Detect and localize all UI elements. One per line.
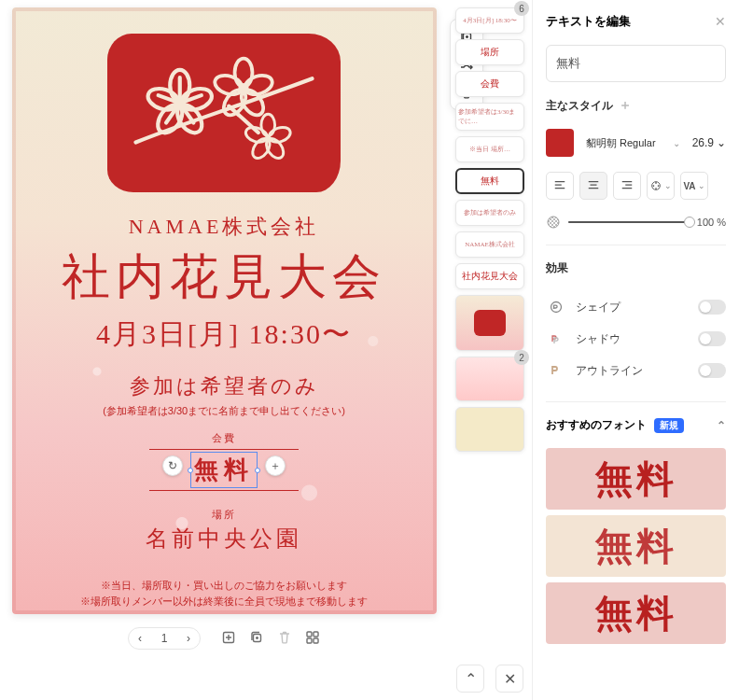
font-name-label: 貂明朝 Regular — [586, 136, 656, 150]
effect-name: シェイプ — [576, 300, 620, 315]
align-left-button[interactable] — [546, 172, 574, 200]
datetime-text[interactable]: 4月3日[月] 18:30〜 — [96, 315, 352, 354]
layer-thumb-bg1[interactable]: 2 — [455, 357, 524, 401]
add-style-button[interactable]: ＋ — [619, 97, 632, 114]
svg-rect-22 — [307, 638, 312, 643]
page-navigator: ‹ › — [128, 627, 201, 650]
next-page-button[interactable]: › — [187, 632, 190, 645]
layer-item[interactable]: 4月3日[月] 18:30〜6 — [455, 7, 524, 34]
effect-row: アウトライン — [546, 355, 726, 386]
text-content-input[interactable]: 無料 — [546, 45, 726, 82]
svg-point-31 — [548, 217, 559, 228]
layer-count-badge: 2 — [514, 350, 529, 365]
svg-point-12 — [261, 114, 275, 136]
svg-point-16 — [244, 125, 269, 145]
color-swatch[interactable] — [546, 129, 574, 157]
page-number-input[interactable] — [151, 632, 177, 645]
svg-point-11 — [240, 85, 247, 92]
place-label[interactable]: 場所 — [212, 508, 236, 522]
layer-item[interactable]: 会費 — [455, 71, 524, 97]
font-size-value: 26.9 — [692, 136, 714, 149]
opacity-slider[interactable] — [568, 221, 690, 223]
chevron-down-icon: ⌄ — [717, 136, 726, 149]
panel-title: テキストを編集 — [546, 13, 631, 30]
design-canvas[interactable]: NAMAE株式会社 社内花見大会 4月3日[月] 18:30〜 参加は希望者のみ… — [12, 7, 437, 614]
collapse-layers-button[interactable]: ⌃ — [456, 665, 484, 693]
more-options-button[interactable]: ⌄ — [647, 172, 675, 200]
svg-rect-21 — [314, 632, 318, 637]
collapse-recommended-button[interactable]: ⌃ — [717, 419, 726, 432]
svg-point-6 — [235, 59, 253, 87]
layer-panel: 4月3日[月] 18:30〜6場所会費参加希望者は3/30までに…※当日 場所…… — [448, 0, 532, 700]
layer-item[interactable]: 参加希望者は3/30までに… — [455, 103, 524, 131]
title-text[interactable]: 社内花見大会 — [62, 245, 386, 310]
effects-label: 効果 — [546, 260, 568, 276]
effect-toggle[interactable] — [698, 363, 726, 378]
add-handle[interactable]: ＋ — [265, 455, 286, 476]
footer-line-1[interactable]: ※当日、場所取り・買い出しのご協力をお願いします — [80, 578, 368, 594]
layer-item[interactable]: 社内花見大会 — [455, 263, 524, 289]
layer-count-badge: 6 — [514, 1, 529, 16]
close-panel-button[interactable]: ✕ — [715, 14, 726, 29]
align-right-button[interactable] — [613, 172, 641, 200]
svg-point-28 — [653, 185, 655, 187]
flower-motif[interactable] — [107, 34, 341, 192]
sub-text[interactable]: 参加は希望者のみ — [130, 372, 319, 400]
layer-item[interactable]: ※当日 場所… — [455, 136, 524, 162]
rotate-handle[interactable]: ↻ — [162, 455, 183, 476]
effect-toggle[interactable] — [698, 300, 726, 315]
footer-line-2[interactable]: ※場所取りメンバー以外は終業後に全員で現地まで移動します — [80, 594, 368, 609]
effect-name: アウトライン — [576, 363, 643, 379]
effect-icon — [546, 329, 566, 349]
company-text[interactable]: NAMAE株式会社 — [129, 213, 320, 241]
page-bar: ‹ › — [128, 627, 320, 650]
opacity-value: 100 % — [697, 217, 726, 228]
layer-item[interactable]: 無料 — [455, 168, 524, 194]
effect-icon — [546, 297, 566, 317]
duplicate-page-button[interactable] — [249, 630, 264, 648]
recommended-label: おすすめのフォント — [546, 417, 647, 433]
opacity-icon — [546, 215, 561, 230]
flower-icon — [474, 310, 506, 336]
effect-toggle[interactable] — [698, 331, 726, 346]
svg-rect-20 — [307, 632, 312, 637]
effect-row: シェイプ — [546, 291, 726, 323]
layer-item[interactable]: 参加は希望者のみ — [455, 200, 524, 226]
fee-text[interactable]: 無料 — [194, 454, 254, 486]
delete-page-button — [277, 630, 292, 648]
recommended-font-item[interactable]: 無料 — [546, 448, 726, 510]
layer-item[interactable]: 場所 — [455, 39, 524, 65]
place-text[interactable]: 名前中央公園 — [146, 524, 302, 553]
svg-point-32 — [551, 302, 562, 313]
add-page-button[interactable] — [221, 630, 236, 648]
main-style-label: 主なスタイル — [546, 98, 613, 114]
fee-label[interactable]: 会費 — [149, 431, 299, 445]
new-badge: 新規 — [654, 418, 684, 433]
chevron-down-icon: ⌄ — [673, 138, 680, 148]
effect-row: シャドウ — [546, 323, 726, 355]
recommended-font-item[interactable]: 無料 — [546, 582, 726, 644]
svg-point-27 — [655, 188, 657, 189]
svg-rect-23 — [314, 638, 318, 643]
divider — [149, 490, 299, 491]
svg-point-25 — [655, 182, 657, 184]
prev-page-button[interactable]: ‹ — [138, 632, 142, 645]
divider — [149, 449, 299, 450]
font-select[interactable]: 貂明朝 Regular ⌄ — [581, 130, 685, 157]
resize-handle-right[interactable] — [255, 468, 260, 473]
letter-spacing-button[interactable]: VA⌄ — [680, 172, 708, 200]
layer-thumb-motif[interactable] — [455, 295, 524, 351]
flower-icon — [126, 34, 322, 192]
resize-handle-left[interactable] — [188, 468, 193, 473]
font-size-select[interactable]: 26.9 ⌄ — [692, 136, 726, 149]
note-text[interactable]: (参加希望者は3/30までに名前まで申し出てください) — [103, 404, 345, 418]
effect-name: シャドウ — [576, 331, 620, 347]
layer-thumb-bg2[interactable] — [455, 407, 524, 452]
side-panel: テキストを編集 ✕ 無料 主なスタイル ＋ 貂明朝 Regular ⌄ 26.9… — [532, 0, 739, 700]
recommended-font-item[interactable]: 無料 — [546, 515, 726, 577]
layer-item[interactable]: NAMAE株式会社 — [455, 231, 524, 258]
close-layers-button[interactable]: ✕ — [495, 665, 523, 693]
align-center-button[interactable] — [579, 172, 607, 200]
effect-icon — [546, 360, 566, 381]
grid-view-button[interactable] — [305, 630, 320, 648]
